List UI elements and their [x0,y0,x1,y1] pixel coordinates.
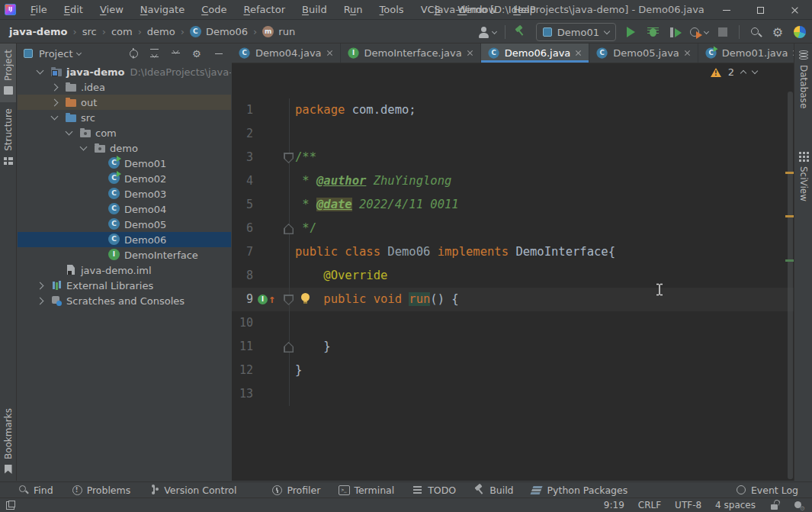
code-line-3[interactable]: 3/** [232,146,794,169]
close-tab-icon[interactable] [326,50,333,56]
tool-window-switcher-icon[interactable] [6,501,15,510]
tree-row-external-libraries[interactable]: External Libraries [18,278,231,293]
menu-edit[interactable]: Edit [57,2,90,18]
line-number[interactable]: 3 [232,146,253,169]
chevron-right-icon[interactable] [37,297,44,304]
locate-file-icon[interactable] [128,48,140,60]
close-tab-icon[interactable] [684,50,691,56]
tree-row-demo06[interactable]: CDemo06 [18,232,231,247]
code-line-10[interactable]: 10 [232,311,794,335]
fold-start-icon[interactable] [284,295,294,305]
code-line-13[interactable]: 13 [232,382,794,406]
toolwindow-button-todo[interactable]: TODO [412,485,456,496]
tree-row-demo01[interactable]: CDemo01 [18,156,231,171]
chevron-down-icon[interactable] [66,128,73,136]
stripe-button-project[interactable]: Project [0,43,16,102]
tree-row-com[interactable]: com [18,125,231,140]
hide-panel-icon[interactable] [213,48,225,60]
stripe-button-sciview[interactable]: SciView [794,145,812,208]
plugin-sphere-button[interactable] [792,23,807,41]
toolwindow-button-version-control[interactable]: Version Control [149,485,236,496]
run-configuration-select[interactable]: Demo01 [536,23,616,41]
menu-build[interactable]: Build [295,2,334,18]
code-with-me-user-button[interactable] [477,23,496,41]
line-number[interactable]: 12 [232,359,253,382]
line-number[interactable]: 8 [232,264,253,288]
lock-icon[interactable] [769,500,780,510]
chevron-down-icon[interactable] [80,143,88,151]
toolwindow-button-profiler[interactable]: Profiler [271,485,320,496]
project-panel-title[interactable]: Project [39,48,72,60]
menu-view[interactable]: View [93,2,130,18]
breadcrumb-item-demo[interactable]: demo [147,26,175,37]
code-line-12[interactable]: 12} [232,359,794,382]
next-problem-icon[interactable] [752,68,758,74]
settings-button[interactable]: ⚙ [770,23,785,41]
stop-button[interactable] [715,23,730,41]
inspections-level-icon[interactable] [794,500,804,510]
implementing-method-icon[interactable]: I [258,295,268,304]
search-everywhere-button[interactable] [748,23,763,41]
maximize-button[interactable] [743,0,778,20]
profiler-button[interactable] [689,23,708,41]
code-editor[interactable]: 1package com.demo;23/**4 * @author ZhuYi… [232,43,794,481]
breadcrumb-item-com[interactable]: com [111,26,133,37]
menu-run[interactable]: Run [337,2,370,18]
line-separator[interactable]: CRLF [638,500,661,510]
tree-row-demo02[interactable]: CDemo02 [18,171,231,186]
code-line-7[interactable]: 7public class Demo06 implements DemoInte… [232,240,794,264]
toolwindow-button-event-log[interactable]: Event Log [736,485,798,496]
chevron-right-icon[interactable] [51,83,59,91]
menu-navigate[interactable]: Navigate [133,2,191,18]
tab-demo04-java[interactable]: CDemo04.java [232,43,341,63]
code-line-9[interactable]: 9I↑ public void run() { [232,288,794,311]
chevron-right-icon[interactable] [37,282,44,289]
chevron-down-icon[interactable] [37,67,44,75]
menu-file[interactable]: File [24,2,54,18]
code-line-1[interactable]: 1package com.demo; [232,98,794,122]
debug-button[interactable] [645,23,660,41]
tab-demointerface-java[interactable]: IDemoInterface.java [341,43,481,63]
previous-problem-icon[interactable] [740,70,746,76]
tree-row-demo05[interactable]: CDemo05 [18,217,231,232]
line-number[interactable]: 11 [232,335,253,359]
tree-row-idea[interactable]: .idea [18,79,231,95]
tree-row-scratches-and-consoles[interactable]: Scratches and Consoles [18,293,231,308]
fold-start-icon[interactable] [284,153,294,163]
toolwindow-button-build[interactable]: Build [474,485,513,496]
code-line-6[interactable]: 6 */ [232,217,794,240]
line-number[interactable]: 2 [232,122,253,146]
menu-tools[interactable]: Tools [373,2,411,18]
indent-setting[interactable]: 4 spaces [715,500,756,510]
tree-row-java-demo[interactable]: java-demoD:\IdeaProjects\java-demo [18,64,231,79]
toolwindow-button-python-packages[interactable]: Python Packages [532,485,628,496]
stripe-button-database[interactable]: Database [794,43,812,114]
code-line-8[interactable]: 8 @Override [232,264,794,288]
close-button[interactable] [778,0,812,20]
code-line-11[interactable]: 11 } [232,335,794,359]
line-number[interactable]: 1 [232,98,253,122]
toolwindow-button-problems[interactable]: Problems [72,485,131,496]
line-number[interactable]: 4 [232,169,253,193]
toolwindow-button-find[interactable]: Find [18,485,53,496]
gear-icon[interactable]: ⚙ [192,48,204,60]
build-project-button[interactable] [514,23,529,41]
tree-row-demo04[interactable]: CDemo04 [18,201,231,217]
breadcrumb-item-src[interactable]: src [82,26,97,37]
line-number[interactable]: 9 [232,288,253,311]
tab-demo06-java[interactable]: CDemo06.java [481,43,590,63]
highlight-stripe-mark[interactable] [785,259,794,262]
warning-stripe-mark[interactable] [785,172,794,174]
line-number[interactable]: 7 [232,240,253,264]
tree-row-demo03[interactable]: CDemo03 [18,186,231,201]
chevron-right-icon[interactable] [51,98,59,106]
run-with-coverage-button[interactable] [667,23,682,41]
toolwindow-button-terminal[interactable]: Terminal [339,485,394,496]
line-number[interactable]: 13 [232,382,253,406]
warning-stripe-mark[interactable] [785,215,794,217]
line-number[interactable]: 10 [232,311,253,335]
run-button[interactable] [623,23,638,41]
editor-scrollbar[interactable] [788,92,793,479]
tree-row-demointerface[interactable]: IDemoInterface [18,247,231,262]
file-encoding[interactable]: UTF-8 [675,500,701,510]
